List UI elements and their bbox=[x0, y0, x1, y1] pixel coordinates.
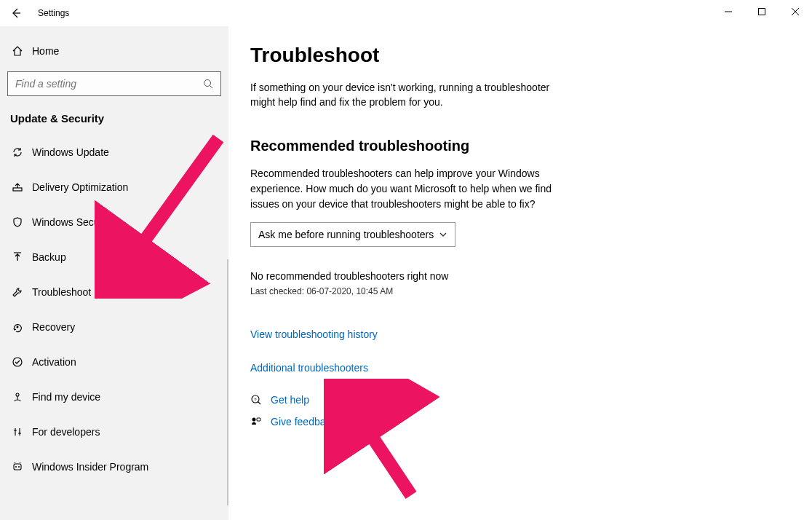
sidebar-item-label: Troubleshoot bbox=[32, 286, 91, 298]
window-title: Settings bbox=[38, 8, 69, 18]
sidebar-item-label: Recovery bbox=[32, 321, 75, 333]
svg-point-10 bbox=[13, 358, 22, 366]
close-button[interactable] bbox=[779, 0, 812, 23]
recommended-heading: Recommended troubleshooting bbox=[250, 138, 790, 154]
sidebar-item-recovery[interactable]: Recovery bbox=[7, 310, 221, 344]
get-help-icon: ? bbox=[250, 394, 271, 406]
recovery-icon bbox=[12, 321, 32, 333]
feedback-icon bbox=[250, 416, 271, 428]
shield-icon bbox=[12, 216, 32, 228]
wrench-icon bbox=[12, 286, 32, 298]
minimize-icon bbox=[725, 8, 732, 15]
sidebar-item-windows-insider[interactable]: Windows Insider Program bbox=[7, 449, 221, 484]
get-help-label: Get help bbox=[271, 394, 309, 406]
delivery-icon bbox=[12, 181, 32, 193]
close-icon bbox=[792, 8, 799, 15]
sidebar-item-label: Find my device bbox=[32, 391, 100, 403]
last-checked: Last checked: 06-07-2020, 10:45 AM bbox=[250, 286, 790, 296]
check-circle-icon bbox=[12, 356, 32, 368]
svg-rect-12 bbox=[14, 464, 21, 470]
sidebar-item-label: For developers bbox=[32, 426, 100, 438]
minimize-button[interactable] bbox=[712, 0, 745, 23]
sidebar-item-label: Windows Security bbox=[32, 216, 113, 228]
give-feedback-row[interactable]: Give feedback bbox=[250, 416, 790, 428]
sidebar-item-find-my-device[interactable]: Find my device bbox=[7, 379, 221, 414]
sidebar-item-label: Windows Update bbox=[32, 146, 109, 158]
back-button[interactable] bbox=[0, 0, 32, 26]
svg-point-11 bbox=[16, 393, 19, 396]
maximize-icon bbox=[758, 8, 765, 15]
sidebar-item-windows-update[interactable]: Windows Update bbox=[7, 135, 221, 170]
svg-point-17 bbox=[252, 417, 256, 421]
svg-text:?: ? bbox=[254, 397, 257, 401]
view-history-link[interactable]: View troubleshooting history bbox=[250, 328, 790, 340]
sidebar-home[interactable]: Home bbox=[7, 35, 221, 67]
sidebar-item-delivery-optimization[interactable]: Delivery Optimization bbox=[7, 170, 221, 205]
svg-point-5 bbox=[204, 80, 211, 87]
sidebar-item-windows-security[interactable]: Windows Security bbox=[7, 205, 221, 240]
intro-text: If something on your device isn't workin… bbox=[250, 80, 563, 110]
give-feedback-label: Give feedback bbox=[271, 416, 336, 428]
sidebar-item-label: Delivery Optimization bbox=[32, 181, 128, 193]
additional-troubleshooters-link[interactable]: Additional troubleshooters bbox=[250, 362, 790, 374]
page-title: Troubleshoot bbox=[250, 44, 790, 67]
svg-point-9 bbox=[17, 326, 19, 328]
back-arrow-icon bbox=[10, 7, 22, 19]
maximize-button[interactable] bbox=[745, 0, 779, 23]
main-content: Troubleshoot If something on your device… bbox=[228, 26, 812, 520]
svg-line-6 bbox=[210, 86, 213, 89]
recommendation-status: No recommended troubleshooters right now bbox=[250, 270, 790, 282]
recommended-paragraph: Recommended troubleshooters can help imp… bbox=[250, 166, 563, 212]
search-input[interactable] bbox=[15, 78, 213, 90]
sidebar-home-label: Home bbox=[32, 45, 59, 57]
sidebar-item-backup[interactable]: Backup bbox=[7, 240, 221, 275]
sidebar-item-label: Backup bbox=[32, 251, 66, 263]
sidebar-item-troubleshoot[interactable]: Troubleshoot bbox=[7, 275, 221, 310]
troubleshoot-preference-dropdown[interactable]: Ask me before running troubleshooters bbox=[250, 222, 455, 247]
sync-icon bbox=[12, 146, 32, 158]
dropdown-value: Ask me before running troubleshooters bbox=[258, 229, 434, 240]
svg-point-13 bbox=[15, 466, 17, 468]
sidebar: Home Update & Security Windows Update bbox=[0, 26, 228, 520]
home-icon bbox=[12, 45, 32, 57]
svg-rect-2 bbox=[759, 9, 765, 15]
svg-rect-7 bbox=[13, 188, 22, 191]
svg-point-14 bbox=[18, 466, 20, 468]
titlebar: Settings bbox=[0, 0, 812, 26]
insider-icon bbox=[12, 461, 32, 473]
developers-icon bbox=[12, 426, 32, 438]
svg-rect-18 bbox=[257, 418, 260, 421]
search-input-wrapper[interactable] bbox=[7, 71, 221, 96]
sidebar-item-label: Activation bbox=[32, 356, 76, 368]
chevron-down-icon bbox=[439, 230, 447, 239]
location-icon bbox=[12, 391, 32, 403]
sidebar-item-for-developers[interactable]: For developers bbox=[7, 414, 221, 449]
get-help-row[interactable]: ? Get help bbox=[250, 394, 790, 406]
backup-icon bbox=[12, 251, 32, 263]
search-icon bbox=[203, 79, 213, 89]
sidebar-section-title: Update & Security bbox=[10, 112, 221, 125]
sidebar-item-label: Windows Insider Program bbox=[32, 461, 148, 473]
sidebar-item-activation[interactable]: Activation bbox=[7, 344, 221, 379]
